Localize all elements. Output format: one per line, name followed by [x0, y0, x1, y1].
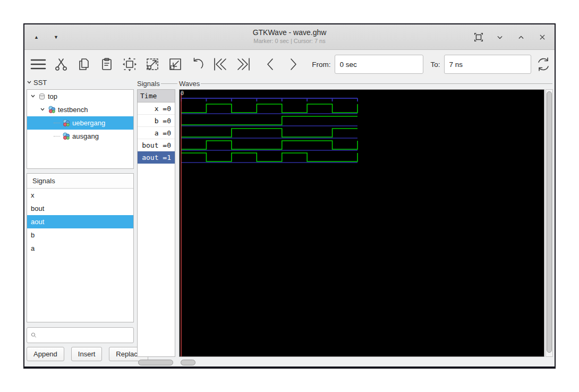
- expander-icon[interactable]: [40, 106, 45, 114]
- to-label: To:: [431, 61, 440, 69]
- signal-filter-box[interactable]: [27, 327, 134, 343]
- go-prev-button[interactable]: [262, 56, 278, 72]
- search-icon: [31, 331, 37, 339]
- chevron-down-icon: [495, 32, 505, 42]
- scrollbar-thumb[interactable]: [138, 360, 173, 365]
- go-last-button[interactable]: [235, 56, 251, 72]
- to-input[interactable]: [444, 55, 531, 74]
- maximize-button[interactable]: [515, 31, 527, 43]
- wave-canvas[interactable]: 0: [179, 89, 544, 357]
- minimize-button[interactable]: [494, 31, 506, 43]
- signal-row-b[interactable]: b =0: [138, 115, 175, 127]
- list-item-b[interactable]: b: [27, 228, 133, 242]
- insert-button[interactable]: Insert: [71, 347, 103, 361]
- append-button[interactable]: Append: [27, 347, 64, 361]
- menu-button[interactable]: [30, 56, 46, 72]
- keep-above-button[interactable]: [473, 31, 484, 43]
- chevron-up-icon: [516, 32, 526, 42]
- signal-row-bout[interactable]: bout =0: [138, 139, 175, 151]
- tree-item-testbench[interactable]: testbench: [27, 103, 133, 116]
- waves-frame-label: Waves: [179, 80, 552, 88]
- from-label: From:: [312, 61, 330, 69]
- zoom-fit-button[interactable]: [122, 56, 138, 72]
- signal-row-x[interactable]: x =0: [138, 103, 175, 115]
- time-header[interactable]: Time: [138, 90, 175, 103]
- toolbar: From: To:: [24, 50, 555, 79]
- main-content: SST top testbench: [24, 79, 555, 367]
- list-item-aout[interactable]: aout: [27, 215, 133, 228]
- expander-icon[interactable]: [30, 92, 36, 100]
- paste-icon: [100, 57, 114, 71]
- undo-button[interactable]: [190, 56, 206, 72]
- cut-icon: [54, 57, 68, 71]
- go-first-button[interactable]: [212, 56, 228, 72]
- sst-tree: top testbench uebergang: [27, 89, 134, 169]
- zoom-in-button[interactable]: [144, 56, 160, 72]
- keep-above-icon: [473, 32, 484, 42]
- zoom-fit-icon: [122, 57, 137, 72]
- go-first-icon: [212, 57, 228, 72]
- action-buttons: Append Insert Replace: [27, 347, 134, 361]
- signals-value-column: Time x =0 b =0 a =0 bout =0 aout =1: [137, 89, 175, 357]
- tree-item-ausgang[interactable]: ausgang: [27, 130, 133, 143]
- zoom-out-icon: [168, 57, 183, 72]
- copy-button[interactable]: [76, 56, 92, 72]
- signal-search-list: Signals x bout aout b a: [27, 173, 134, 322]
- titlebar[interactable]: ▲ ▼ GTKWave - wave.ghw Marker: 0 sec | C…: [24, 24, 555, 50]
- scope-module-icon: [62, 132, 70, 140]
- scope-root-icon: [38, 93, 46, 100]
- list-item-a[interactable]: a: [27, 242, 133, 255]
- tree-connector: [54, 136, 60, 137]
- go-last-icon: [235, 57, 251, 72]
- scrollbar-thumb[interactable]: [181, 360, 195, 365]
- signal-list-header: Signals: [27, 174, 133, 189]
- close-button[interactable]: [537, 31, 548, 43]
- signal-row-a[interactable]: a =0: [138, 127, 175, 139]
- scope-module-icon: [48, 106, 56, 114]
- zoom-in-icon: [145, 57, 160, 72]
- waveform-traces: [180, 90, 544, 356]
- scrollbar-thumb[interactable]: [547, 91, 552, 353]
- tree-connector: [54, 123, 60, 123]
- undo-icon: [190, 57, 205, 72]
- zoom-out-button[interactable]: [167, 56, 183, 72]
- sst-header[interactable]: SST: [27, 79, 47, 87]
- sst-expander-icon: [27, 79, 32, 87]
- search-input[interactable]: [40, 331, 133, 339]
- cut-button[interactable]: [53, 56, 69, 72]
- paste-button[interactable]: [99, 56, 115, 72]
- signal-row-aout[interactable]: aout =1: [138, 151, 175, 164]
- gtkwave-window: ▲ ▼ GTKWave - wave.ghw Marker: 0 sec | C…: [23, 23, 556, 369]
- scope-module-icon: [62, 119, 70, 127]
- signals-frame-label: Signals: [137, 80, 177, 88]
- close-icon: [538, 32, 547, 42]
- menu-icon: [30, 57, 46, 71]
- list-item-x[interactable]: x: [27, 189, 133, 202]
- go-next-icon: [286, 57, 300, 72]
- copy-icon: [77, 57, 91, 71]
- go-next-button[interactable]: [285, 56, 301, 72]
- tree-item-uebergang[interactable]: uebergang: [27, 116, 133, 130]
- list-item-bout[interactable]: bout: [27, 202, 133, 215]
- reload-button[interactable]: [535, 56, 551, 72]
- timeline-origin-label: 0: [181, 90, 184, 96]
- tree-item-top[interactable]: top: [27, 90, 133, 103]
- waves-vertical-scrollbar[interactable]: [546, 89, 553, 357]
- go-prev-icon: [263, 57, 277, 72]
- reload-icon: [535, 56, 551, 72]
- waves-horizontal-scrollbar[interactable]: [181, 360, 244, 365]
- from-input[interactable]: [335, 55, 423, 74]
- signals-horizontal-scrollbar[interactable]: [138, 360, 174, 365]
